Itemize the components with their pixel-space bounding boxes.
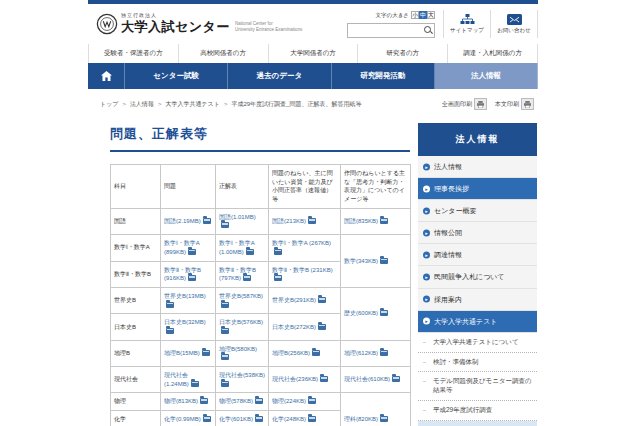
file-folder-icon xyxy=(274,275,282,281)
sidebar-item[interactable]: 理事長挨拶 xyxy=(418,178,537,200)
file-link[interactable]: 歴史(600KB) xyxy=(344,310,378,316)
sidebar: 法人情報 法人情報理事長挨拶センター概要情報公開調達情報民間競争入札について採用… xyxy=(418,123,537,426)
subject-cell: 世界史B xyxy=(111,287,161,313)
file-link[interactable]: 理科(820KB) xyxy=(344,416,378,422)
breadcrumb-separator: > xyxy=(158,101,162,107)
main-nav-tab[interactable]: センター試験 xyxy=(125,63,228,89)
page-wrapper: 独立行政法人 大学入試センター National Center for Univ… xyxy=(88,0,538,426)
print-buttons: 全画面印刷 本文印刷 xyxy=(442,98,534,110)
file-folder-icon xyxy=(392,376,400,382)
sidebar-item[interactable]: 法人情報 xyxy=(418,156,537,178)
file-link[interactable]: 物理(813KB) xyxy=(164,398,198,404)
file-folder-icon xyxy=(246,249,254,255)
file-link[interactable]: 日本史B(576KB) xyxy=(219,319,263,325)
file-link[interactable]: 国語(213KB) xyxy=(272,218,306,224)
file-folder-icon xyxy=(221,381,229,387)
breadcrumb-item[interactable]: トップ xyxy=(100,100,118,109)
sidebar-item[interactable]: 大学入学共通テスト xyxy=(418,311,537,333)
file-cell: 物理(578KB) xyxy=(216,393,269,411)
breadcrumb-separator: > xyxy=(224,101,228,107)
arrow-bullet-icon xyxy=(423,185,430,192)
sitemap-button[interactable]: サイトマップ xyxy=(443,10,490,38)
font-size-button[interactable]: 中 xyxy=(419,11,427,19)
file-folder-icon xyxy=(166,328,174,334)
file-link[interactable]: 世界史B(291KB) xyxy=(272,297,316,303)
sitemap-icon xyxy=(460,14,475,25)
file-link[interactable]: 国語(835KB) xyxy=(344,218,378,224)
sidebar-item[interactable]: センター概要 xyxy=(418,200,537,222)
font-size-button[interactable]: 小 xyxy=(411,11,419,19)
main-nav-tab[interactable]: 研究開発活動 xyxy=(332,63,435,89)
table-header-cell: 問題 xyxy=(161,165,216,209)
home-button[interactable] xyxy=(88,63,125,89)
sidebar-item-label: 採用案内 xyxy=(434,296,462,303)
file-link[interactable]: 日本史B(272KB) xyxy=(272,324,316,330)
search-input[interactable] xyxy=(349,25,423,36)
file-link[interactable]: 世界史B(587KB) xyxy=(219,293,263,299)
file-link[interactable]: 地理B(580KB) xyxy=(219,346,257,352)
file-link[interactable]: 現代社会(1.24MB) xyxy=(164,372,189,387)
file-cell: 現代社会(610KB) xyxy=(341,367,411,393)
file-link[interactable]: 地理B(256KB) xyxy=(272,350,310,356)
file-folder-icon xyxy=(188,275,196,281)
file-link[interactable]: 化学(0.99MB) xyxy=(164,416,201,422)
file-link[interactable]: 国語(1.01MB) xyxy=(219,214,256,220)
audience-nav-item[interactable]: 高校関係者の方 xyxy=(178,44,268,63)
print-body-button[interactable]: 本文印刷 xyxy=(495,98,534,110)
print-fullpage-label: 全画面印刷 xyxy=(442,100,472,109)
sidebar-subitem[interactable]: 平成29年度試行調査_問題、正解表、解答用紙等 xyxy=(418,421,537,426)
file-folder-icon xyxy=(200,398,208,404)
subject-cell: 化学 xyxy=(111,411,161,426)
sitemap-label: サイトマップ xyxy=(450,27,484,34)
site-logo[interactable]: 独立行政法人 大学入試センター National Center for Univ… xyxy=(96,12,302,36)
audience-nav-item[interactable]: 受験者・保護者の方 xyxy=(88,44,178,63)
file-link[interactable]: 地理B(15MB) xyxy=(164,350,200,356)
size-and-search: 文字の大きさ 小中大 xyxy=(347,10,435,38)
sidebar-item-label: センター概要 xyxy=(434,207,477,214)
breadcrumb-item[interactable]: 法人情報 xyxy=(130,100,154,109)
file-link[interactable]: 世界史B(13MB) xyxy=(164,293,206,299)
font-size-button[interactable]: 大 xyxy=(427,11,435,19)
main-nav-tab[interactable]: 過去のデータ xyxy=(228,63,331,89)
file-folder-icon xyxy=(308,398,316,404)
file-link[interactable]: 現代社会(538KB) xyxy=(219,372,265,378)
sidebar-subitem[interactable]: モデル問題例及びモニター調査の結果等 xyxy=(418,372,537,401)
audience-nav-item[interactable]: 研究者の方 xyxy=(357,44,447,63)
file-link[interactable]: 現代社会(610KB) xyxy=(344,376,390,382)
print-fullpage-button[interactable]: 全画面印刷 xyxy=(442,98,487,110)
file-link[interactable]: 国語(2.19MB) xyxy=(164,218,201,224)
file-cell: 物理(813KB) xyxy=(161,393,216,411)
file-link[interactable]: 化学(248KB) xyxy=(272,416,306,422)
file-folder-icon xyxy=(380,310,388,316)
file-link[interactable]: 数学Ⅰ・数学A (267KB) xyxy=(272,240,331,246)
file-link[interactable]: 数学(343KB) xyxy=(344,258,378,264)
file-cell: 化学(0.99MB) xyxy=(161,411,216,426)
search-icon[interactable] xyxy=(424,26,432,34)
table-header-cell: 作問のねらいとする主な「思考力・判断力・表現力」についてのイメージ等 xyxy=(341,165,411,209)
file-link[interactable]: 物理(578KB) xyxy=(219,398,253,404)
subject-cell: 数学Ⅱ・数学B xyxy=(111,261,161,287)
file-link[interactable]: 現代社会(236KB) xyxy=(272,376,318,382)
sidebar-subitem[interactable]: 平成29年度試行調査 xyxy=(418,401,537,421)
file-link[interactable]: 物理(224KB) xyxy=(272,398,306,404)
file-link[interactable]: 化学(601KB) xyxy=(219,416,253,422)
sidebar-item[interactable]: 採用案内 xyxy=(418,289,537,311)
sidebar-subitem[interactable]: 大学入学共通テストについて xyxy=(418,333,537,353)
sidebar-item[interactable]: 民間競争入札について xyxy=(418,266,537,288)
main-nav-tab[interactable]: 法人情報 xyxy=(435,63,538,89)
breadcrumb-item[interactable]: 大学入学共通テスト xyxy=(165,100,219,109)
file-link[interactable]: 数学Ⅱ・数学B (231KB) xyxy=(272,267,333,273)
file-link[interactable]: 日本史B(32MB) xyxy=(164,319,206,325)
contact-button[interactable]: お問い合わせ xyxy=(490,10,538,38)
subject-cell: 地理B xyxy=(111,340,161,366)
sidebar-item[interactable]: 情報公開 xyxy=(418,222,537,244)
table-header-row: 科目問題正解表問題のねらい、主に問いたい資質・能力及び小問正答率（速報値）等作問… xyxy=(111,165,411,209)
audience-nav-item[interactable]: 大学関係者の方 xyxy=(268,44,358,63)
table-row: 国語国語(2.19MB)国語(1.01MB)国語(213KB)国語(835KB) xyxy=(111,208,411,234)
sidebar-subitem[interactable]: 検討・準備体制 xyxy=(418,353,537,373)
file-link[interactable]: 地理(612KB) xyxy=(344,350,378,356)
file-folder-icon xyxy=(191,381,199,387)
sidebar-item[interactable]: 調達情報 xyxy=(418,244,537,266)
file-cell: 地理B(580KB) xyxy=(216,340,269,366)
audience-nav-item[interactable]: 調達・入札関係の方 xyxy=(447,44,538,63)
